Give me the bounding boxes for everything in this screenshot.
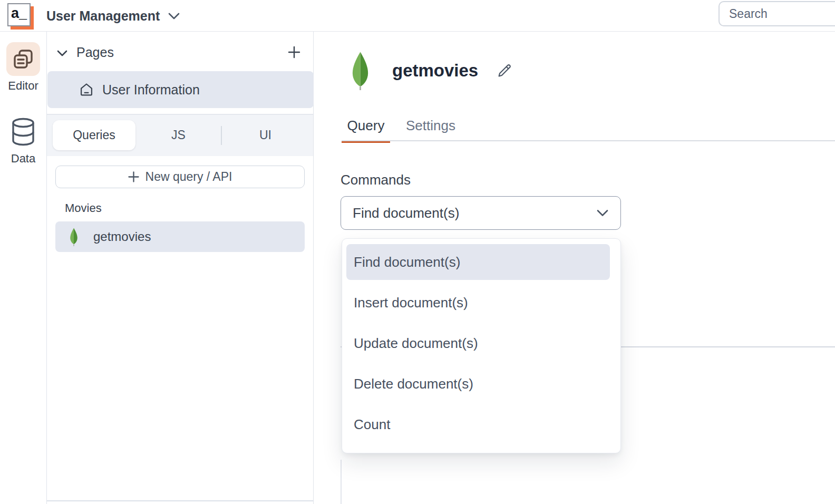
add-page-button[interactable] (286, 44, 303, 61)
tab-query[interactable]: Query (342, 111, 390, 140)
logo-glyph: a_ (7, 3, 31, 26)
rail-item-editor[interactable]: Editor (0, 42, 46, 93)
search-input[interactable] (719, 1, 835, 26)
page-item-user-information[interactable]: User Information (47, 71, 314, 108)
query-title: getmovies (392, 61, 478, 81)
commands-label: Commands (341, 172, 411, 188)
query-item-getmovies[interactable]: getmovies (55, 221, 305, 252)
new-query-button[interactable]: New query / API (55, 166, 305, 188)
dropdown-option-insert[interactable]: Insert document(s) (346, 285, 610, 321)
app-root: a_ User Management Editor (0, 0, 835, 504)
entity-tabs: Queries JS UI (47, 115, 313, 156)
top-bar: a_ User Management (0, 0, 835, 32)
chevron-down-icon (596, 209, 609, 217)
query-item-label: getmovies (93, 229, 151, 244)
commands-dropdown-menu: Find document(s) Insert document(s) Upda… (342, 238, 621, 453)
query-group-label: Movies (65, 201, 102, 215)
left-rail: Editor Data (0, 32, 47, 504)
mongodb-leaf-icon (351, 50, 370, 91)
mongodb-leaf-icon (69, 227, 79, 246)
pages-stack-icon (6, 42, 40, 76)
tabs-baseline (342, 140, 835, 141)
tab-divider (221, 126, 222, 145)
tab-settings-label: Settings (406, 118, 455, 134)
tab-queries[interactable]: Queries (53, 120, 135, 150)
form-left-border (341, 460, 342, 504)
dropdown-option-delete[interactable]: Delete document(s) (346, 366, 610, 402)
tab-js[interactable]: JS (135, 115, 221, 156)
query-settings-tabs: Query Settings (342, 111, 460, 140)
home-icon (79, 82, 94, 97)
commands-select-value: Find document(s) (353, 205, 596, 221)
tab-ui-label: UI (259, 128, 271, 142)
chevron-down-icon (168, 13, 180, 20)
plus-icon (128, 171, 139, 182)
commands-select[interactable]: Find document(s) (341, 196, 621, 230)
database-icon (6, 115, 40, 149)
pages-title: Pages (76, 45, 114, 60)
app-name-label: User Management (46, 8, 160, 24)
query-header: getmovies (351, 50, 514, 91)
dropdown-option-find[interactable]: Find document(s) (346, 244, 610, 280)
edit-name-button[interactable] (495, 61, 514, 80)
main-content: getmovies Query Settings Commands Find d… (314, 32, 835, 504)
rail-item-data[interactable]: Data (0, 115, 46, 166)
tab-js-label: JS (171, 128, 186, 142)
pages-header: Pages (47, 40, 313, 66)
app-name-menu[interactable]: User Management (46, 0, 180, 32)
pages-collapse-chevron-icon[interactable] (55, 46, 69, 60)
tab-queries-label: Queries (73, 128, 115, 142)
rail-editor-label: Editor (8, 79, 38, 93)
panel-bottom-line (47, 500, 313, 501)
app-logo[interactable]: a_ (7, 3, 34, 30)
tab-settings[interactable]: Settings (402, 111, 460, 140)
rail-data-label: Data (11, 152, 35, 166)
dropdown-option-count[interactable]: Count (346, 406, 610, 442)
tab-ui[interactable]: UI (222, 115, 308, 156)
pages-panel: Pages User Information Queries JS (47, 32, 314, 504)
tab-query-label: Query (347, 118, 385, 134)
dropdown-option-update[interactable]: Update document(s) (346, 325, 610, 361)
new-query-label: New query / API (145, 170, 232, 184)
page-item-label: User Information (102, 82, 200, 98)
